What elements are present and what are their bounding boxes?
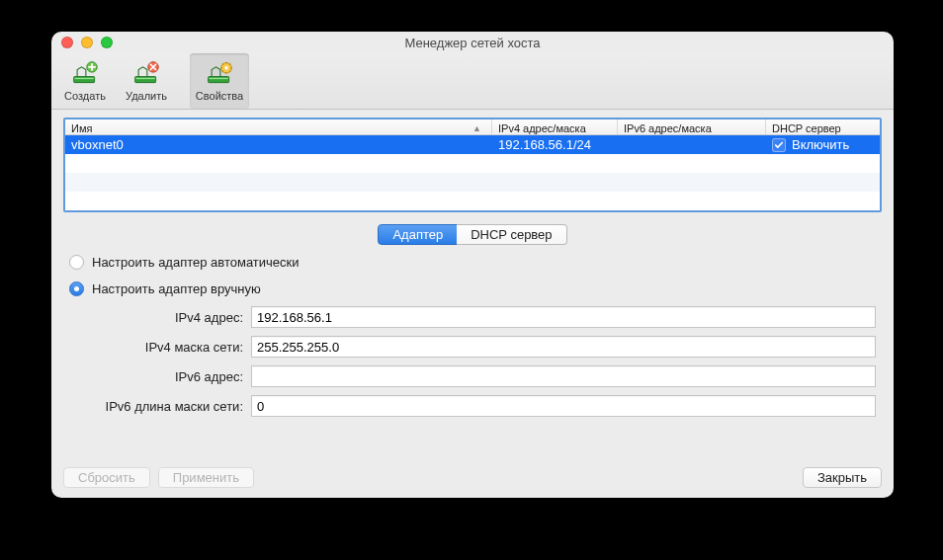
create-button[interactable]: Создать	[55, 53, 115, 109]
tab-bar: Адаптер DHCP сервер	[63, 224, 882, 245]
host-network-manager-window: Менеджер сетей хоста Создать Удалить	[51, 32, 894, 498]
close-button[interactable]: Закрыть	[803, 467, 882, 488]
radio-auto[interactable]	[69, 255, 84, 270]
toolbar-separator	[178, 53, 188, 109]
close-window-icon[interactable]	[61, 37, 73, 48]
cell-dhcp: Включить	[766, 137, 880, 152]
label-ipv4-addr: IPv4 адрес:	[69, 310, 243, 325]
network-remove-icon	[132, 60, 160, 86]
row-ipv6-len: IPv6 длина маски сети:	[69, 391, 876, 421]
svg-line-14	[222, 64, 223, 65]
svg-rect-7	[210, 78, 228, 79]
row-ipv6-addr: IPv6 адрес:	[69, 361, 876, 391]
radio-auto-label: Настроить адаптер автоматически	[92, 255, 300, 270]
dialog-footer: Сбросить Применить Закрыть	[63, 457, 882, 488]
input-ipv4-addr[interactable]	[251, 306, 876, 328]
dhcp-label: Включить	[792, 137, 849, 152]
content-area: Имя ▲ IPv4 адрес/маска IPv6 адрес/маска …	[51, 110, 894, 498]
svg-rect-1	[75, 78, 94, 79]
svg-rect-0	[74, 77, 95, 83]
table-row-empty	[65, 192, 880, 210]
radio-auto-row[interactable]: Настроить адаптер автоматически	[69, 253, 876, 276]
table-row-empty	[65, 173, 880, 192]
window-controls	[51, 37, 113, 48]
window-title: Менеджер сетей хоста	[51, 36, 894, 50]
properties-label: Свойства	[196, 90, 243, 102]
zoom-window-icon[interactable]	[101, 37, 113, 48]
row-ipv4-addr: IPv4 адрес:	[69, 302, 876, 332]
label-ipv6-addr: IPv6 адрес:	[69, 369, 243, 384]
delete-button[interactable]: Удалить	[117, 53, 176, 109]
svg-rect-3	[135, 77, 156, 83]
toolbar: Создать Удалить	[51, 53, 894, 110]
input-ipv6-len[interactable]	[251, 395, 876, 417]
sort-asc-icon: ▲	[472, 123, 481, 133]
dhcp-checkbox[interactable]	[772, 138, 786, 152]
col-ipv6[interactable]: IPv6 адрес/маска	[618, 120, 766, 134]
col-name-label: Имя	[71, 122, 92, 134]
svg-rect-6	[209, 77, 229, 83]
label-ipv4-mask: IPv4 маска сети:	[69, 340, 243, 355]
tab-adapter[interactable]: Адаптер	[378, 224, 458, 245]
table-header: Имя ▲ IPv4 адрес/маска IPv6 адрес/маска …	[65, 120, 880, 135]
radio-manual-row[interactable]: Настроить адаптер вручную	[69, 276, 876, 302]
col-ipv4[interactable]: IPv4 адрес/маска	[492, 120, 618, 134]
cell-ipv4: 192.168.56.1/24	[492, 137, 618, 152]
svg-line-15	[229, 71, 230, 72]
network-add-icon	[71, 60, 99, 86]
svg-line-17	[229, 64, 230, 65]
adapter-panel: Настроить адаптер автоматически Настроит…	[63, 253, 882, 421]
col-name[interactable]: Имя ▲	[65, 120, 492, 134]
svg-line-16	[222, 71, 223, 72]
svg-point-9	[224, 66, 228, 70]
networks-table[interactable]: Имя ▲ IPv4 адрес/маска IPv6 адрес/маска …	[63, 118, 882, 212]
row-ipv4-mask: IPv4 маска сети:	[69, 332, 876, 361]
network-gear-icon	[206, 60, 233, 86]
input-ipv6-addr[interactable]	[251, 365, 876, 387]
table-row[interactable]: vboxnet0 192.168.56.1/24 Включить	[65, 135, 880, 154]
cell-name: vboxnet0	[65, 137, 492, 152]
radio-manual-label: Настроить адаптер вручную	[92, 281, 261, 296]
svg-rect-4	[136, 78, 155, 79]
tab-dhcp[interactable]: DHCP сервер	[457, 224, 566, 245]
segmented-control: Адаптер DHCP сервер	[378, 224, 566, 245]
table-body: vboxnet0 192.168.56.1/24 Включить	[65, 135, 880, 210]
input-ipv4-mask[interactable]	[251, 336, 876, 358]
check-icon	[774, 140, 784, 150]
properties-button[interactable]: Свойства	[190, 53, 249, 109]
label-ipv6-len: IPv6 длина маски сети:	[69, 399, 243, 414]
create-label: Создать	[64, 90, 106, 102]
col-dhcp[interactable]: DHCP сервер	[766, 120, 880, 134]
reset-button[interactable]: Сбросить	[63, 467, 150, 488]
delete-label: Удалить	[126, 90, 167, 102]
table-row-empty	[65, 154, 880, 173]
titlebar: Менеджер сетей хоста	[51, 32, 894, 53]
minimize-window-icon[interactable]	[81, 37, 93, 48]
apply-button[interactable]: Применить	[158, 467, 254, 488]
radio-manual[interactable]	[69, 281, 84, 296]
